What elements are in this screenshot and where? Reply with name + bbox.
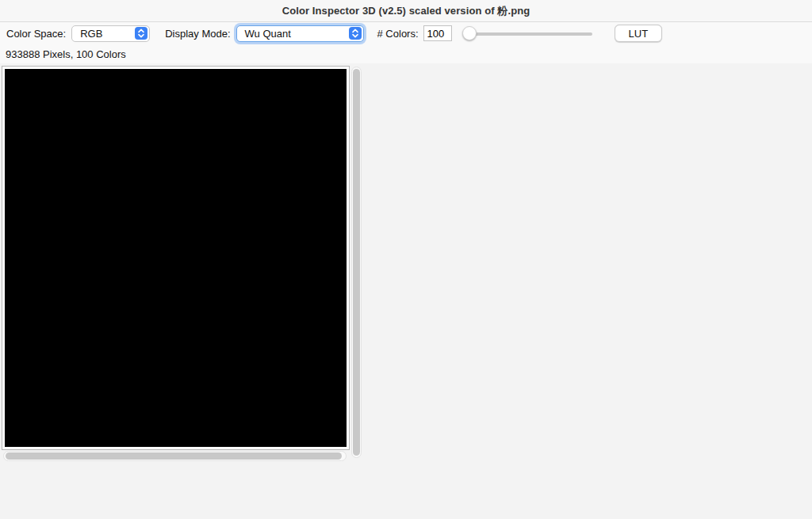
window-title: Color Inspector 3D (v2.5) scaled version…: [282, 4, 530, 18]
view-slider-column: [756, 66, 810, 463]
color-cube-3d-view[interactable]: [362, 66, 753, 463]
image-horizontal-scrollbar[interactable]: [3, 451, 347, 461]
adjustment-slider-row: [0, 463, 812, 519]
dragonfruit-image: [5, 69, 347, 447]
num-colors-label: # Colors:: [377, 28, 419, 40]
traffic-lights: [9, 6, 52, 17]
stepper-icon: [135, 27, 147, 40]
scrollbar-thumb[interactable]: [353, 69, 360, 456]
num-colors-slider[interactable]: [469, 26, 592, 40]
close-window-icon[interactable]: [9, 6, 19, 17]
source-image-panel[interactable]: [2, 66, 350, 450]
color-space-select[interactable]: RGB: [71, 25, 150, 42]
app-window: Color Inspector 3D (v2.5) scaled version…: [0, 0, 812, 519]
slider-thumb[interactable]: [462, 26, 477, 40]
color-space-label: Color Space:: [6, 28, 66, 40]
num-colors-input[interactable]: [423, 25, 452, 41]
zoom-window-icon: [42, 6, 52, 17]
image-vertical-scrollbar[interactable]: [351, 67, 362, 458]
pixels-colors-status: 933888 Pixels, 100 Colors: [6, 48, 126, 60]
slider-track: [469, 32, 592, 36]
color-space-selected: RGB: [80, 28, 102, 40]
scrollbar-thumb[interactable]: [6, 452, 342, 460]
display-mode-selected: Wu Quant: [245, 28, 291, 40]
toolbar: Color Space: RGB Display Mode: Wu Quant …: [0, 22, 812, 44]
main-area: [0, 63, 812, 463]
display-mode-label: Display Mode:: [165, 28, 230, 40]
stepper-icon: [349, 27, 362, 40]
status-bar: 933888 Pixels, 100 Colors: [0, 44, 812, 63]
minimize-window-icon[interactable]: [25, 6, 36, 17]
title-bar: Color Inspector 3D (v2.5) scaled version…: [0, 0, 812, 22]
lut-button[interactable]: LUT: [615, 25, 663, 42]
display-mode-select[interactable]: Wu Quant: [236, 25, 364, 42]
